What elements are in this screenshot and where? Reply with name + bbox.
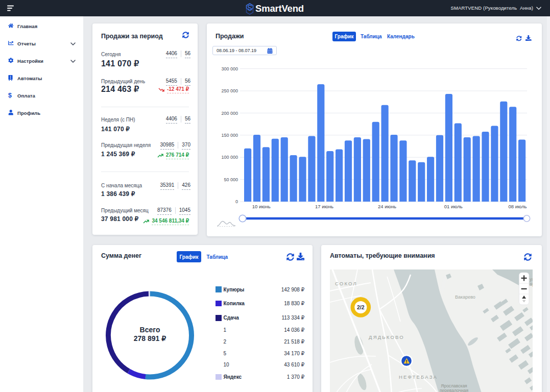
svg-text:Вакарево: Вакарево xyxy=(455,295,475,300)
svg-text:17 июнь: 17 июнь xyxy=(315,204,333,209)
svg-text:150 000: 150 000 xyxy=(221,133,238,138)
svg-text:ДЯДЬКОВО: ДЯДЬКОВО xyxy=(369,334,404,340)
svg-text:250 000: 250 000 xyxy=(221,88,238,93)
svg-text:ар: ар xyxy=(530,282,533,287)
svg-text:10 июнь: 10 июнь xyxy=(252,204,271,209)
svg-text:200 000: 200 000 xyxy=(221,111,238,116)
svg-text:300 000: 300 000 xyxy=(221,66,238,71)
svg-text:2/2: 2/2 xyxy=(357,304,365,310)
svg-text:0: 0 xyxy=(235,199,238,204)
svg-text:01 июль: 01 июль xyxy=(444,204,463,209)
svg-text:24 июнь: 24 июнь xyxy=(378,204,396,209)
svg-text:перевалочная: перевалочная xyxy=(440,388,468,392)
svg-text:СОКОЛ: СОКОЛ xyxy=(335,281,357,286)
svg-text:ул: ул xyxy=(530,277,533,282)
svg-text:НЕФТЕБАЗА: НЕФТЕБАЗА xyxy=(399,374,438,380)
svg-text:50 000: 50 000 xyxy=(224,177,238,182)
svg-text:08 июль: 08 июль xyxy=(509,204,527,209)
svg-text:100 000: 100 000 xyxy=(221,155,238,160)
